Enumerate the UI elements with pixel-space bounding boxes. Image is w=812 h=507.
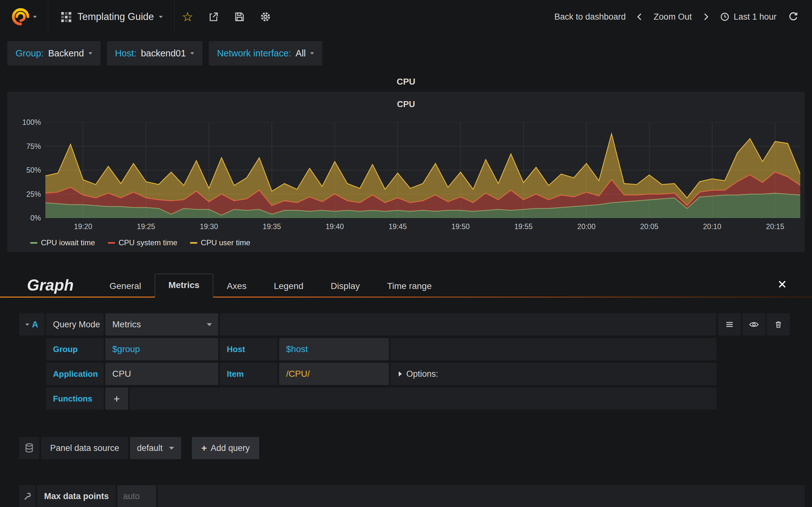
max-data-points-input[interactable]: [117, 485, 156, 507]
dashboard-title: Templating Guide: [78, 11, 154, 22]
variable-value: All: [296, 48, 306, 59]
template-variables-row: Group: Backend Host: backend01 Network i…: [0, 34, 812, 66]
grafana-logo-menu[interactable]: [0, 0, 48, 34]
tab-metrics[interactable]: Metrics: [155, 274, 213, 297]
options-row-filler: [158, 485, 805, 507]
legend-item-user[interactable]: CPU user time: [190, 238, 250, 247]
close-editor-button[interactable]: [777, 279, 787, 289]
dashboard-settings-button[interactable]: [252, 0, 278, 34]
time-range-label: Last 1 hour: [734, 12, 776, 22]
query-mode-label: Query Mode: [46, 314, 104, 336]
refresh-button[interactable]: [788, 11, 799, 22]
star-dashboard-button[interactable]: ☆: [174, 0, 200, 34]
x-tick-label: 19:45: [389, 222, 407, 231]
query-row-filler: [391, 338, 716, 360]
x-tick-label: 19:25: [137, 222, 155, 231]
host-field-input[interactable]: $host: [279, 338, 389, 360]
zoom-out-button[interactable]: Zoom Out: [654, 12, 692, 22]
grafana-menu-caret-icon: [33, 16, 37, 18]
legend-item-system[interactable]: CPU system time: [108, 238, 177, 247]
x-tick-label: 19:30: [200, 222, 218, 231]
query-delete-button[interactable]: [767, 314, 790, 336]
options-toggle[interactable]: Options:: [391, 363, 716, 385]
functions-label: Functions: [46, 388, 104, 410]
tab-legend[interactable]: Legend: [260, 275, 317, 297]
caret-right-icon: [399, 372, 402, 377]
time-shift-right-button[interactable]: [701, 12, 710, 21]
tab-general[interactable]: General: [96, 275, 155, 297]
tab-time-range[interactable]: Time range: [373, 275, 445, 297]
host-field-label: Host: [220, 338, 277, 360]
share-dashboard-button[interactable]: [200, 0, 226, 34]
cpu-stacked-area-chart[interactable]: 0%25%50%75%100% 19:2019:2519:3019:3519:4…: [45, 122, 800, 218]
chart-plot: [45, 122, 800, 218]
dashboard-title-menu[interactable]: Templating Guide: [48, 0, 174, 34]
wrench-icon: [23, 492, 32, 501]
datasource-select[interactable]: default: [130, 437, 181, 459]
chevron-down-icon: [89, 52, 92, 55]
cpu-graph-panel: CPU 0%25%50%75%100% 19:2019:2519:3019:35…: [7, 92, 805, 252]
variable-group-dropdown[interactable]: Group: Backend: [7, 41, 101, 66]
x-tick-label: 19:55: [514, 222, 533, 231]
chevron-left-icon: [635, 12, 644, 21]
variable-network-interface-dropdown[interactable]: Network interface: All: [209, 41, 322, 66]
save-dashboard-button[interactable]: [226, 0, 252, 34]
group-field-input[interactable]: $group: [105, 338, 218, 360]
star-icon: ☆: [182, 10, 193, 23]
query-mode-value: Metrics: [112, 320, 141, 330]
y-tick-label: 50%: [26, 166, 41, 175]
back-to-dashboard-link[interactable]: Back to dashboard: [554, 12, 626, 22]
dashboard-grid-icon: [60, 10, 72, 23]
eye-icon: [749, 320, 759, 330]
query-mode-select[interactable]: Metrics: [105, 314, 218, 336]
variable-value: Backend: [48, 48, 84, 59]
chart-legend: CPU iowait time CPU system time CPU user…: [30, 238, 250, 247]
close-icon: [777, 279, 787, 289]
query-collapse-toggle[interactable]: A: [19, 314, 44, 336]
time-shift-left-button[interactable]: [635, 12, 644, 21]
metrics-tab-body: A Query Mode Metrics: [0, 297, 812, 507]
time-range-picker[interactable]: Last 1 hour: [720, 12, 776, 22]
query-row-a: A Query Mode Metrics: [19, 314, 790, 336]
grafana-logo-icon: [11, 8, 30, 26]
x-tick-label: 19:40: [326, 222, 344, 231]
variable-label: Network interface:: [217, 48, 291, 59]
query-group-host-row: Group $group Host $host: [46, 338, 716, 360]
legend-swatch: [30, 242, 38, 244]
query-application-item-row: Application CPU Item /CPU/ Options:: [46, 363, 716, 385]
group-field-label: Group: [46, 338, 104, 360]
y-tick-label: 100%: [22, 118, 41, 127]
query-menu-button[interactable]: [718, 314, 741, 336]
application-field-input[interactable]: CPU: [105, 363, 218, 385]
panel-title[interactable]: CPU: [7, 92, 805, 109]
navbar: Templating Guide ☆: [0, 0, 812, 34]
legend-label: CPU iowait time: [41, 238, 95, 247]
x-tick-label: 20:00: [577, 222, 596, 231]
item-field-label: Item: [220, 363, 277, 385]
y-tick-label: 25%: [26, 190, 41, 199]
legend-label: CPU user time: [201, 238, 250, 247]
add-query-button[interactable]: + Add query: [192, 437, 259, 459]
item-field-input[interactable]: /CPU/: [279, 363, 389, 385]
x-axis-labels: 19:2019:2519:3019:3519:4019:4519:5019:55…: [45, 218, 800, 233]
query-row-filler: [220, 314, 716, 336]
application-field-label: Application: [46, 363, 104, 385]
variable-host-dropdown[interactable]: Host: backend01: [107, 41, 203, 66]
panel-editor: Graph General Metrics Axes Legend Displa…: [0, 268, 812, 507]
variable-label: Host:: [115, 48, 137, 59]
chevron-down-icon: [207, 323, 212, 326]
tab-display[interactable]: Display: [317, 275, 374, 297]
plus-icon: +: [201, 443, 207, 453]
query-toggle-visibility-button[interactable]: [743, 314, 765, 336]
chevron-down-icon: [169, 447, 174, 450]
query-row-filler: [130, 388, 716, 410]
x-tick-label: 19:50: [451, 222, 470, 231]
add-function-button[interactable]: +: [105, 388, 128, 410]
variable-label: Group:: [15, 48, 44, 59]
max-data-points-label: Max data points: [37, 485, 116, 507]
gear-icon: [259, 11, 271, 23]
chevron-down-icon: [190, 52, 194, 55]
datasource-icon-box: [19, 437, 39, 459]
legend-item-iowait[interactable]: CPU iowait time: [30, 238, 95, 247]
tab-axes[interactable]: Axes: [213, 275, 260, 297]
